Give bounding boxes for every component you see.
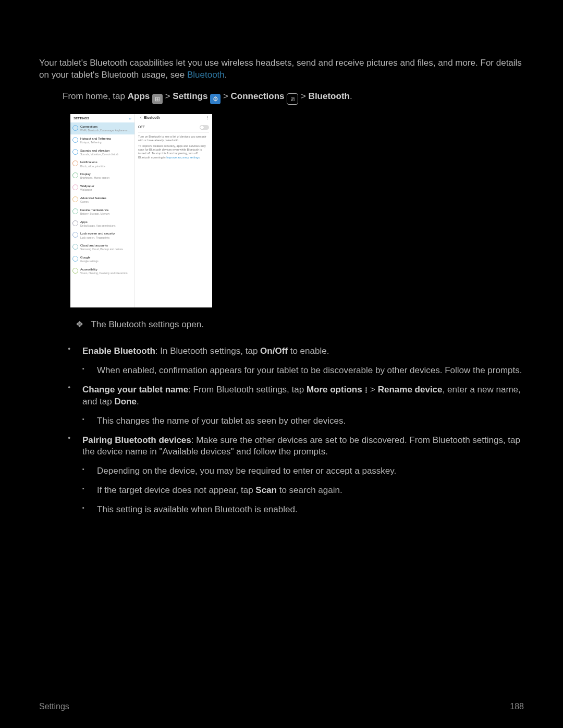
feature-text: : In Bluetooth settings, tap xyxy=(155,346,260,356)
back-icon: 〈 xyxy=(138,116,142,120)
sidebar-item-title: Device maintenance xyxy=(80,208,110,212)
sidebar-item: ConnectionsWi-Fi, Bluetooth, Data usage,… xyxy=(70,122,134,134)
intro-tail: . xyxy=(225,70,227,80)
footer-page: 188 xyxy=(510,701,524,712)
sidebar-item-icon xyxy=(72,149,78,155)
sidebar-item: Lock screen and securityLock screen, Fin… xyxy=(70,229,134,241)
sidebar-item-icon xyxy=(72,125,78,131)
feature-sublist: Depending on the device, you may be requ… xyxy=(82,465,524,516)
sidebar-item-subtitle: Default apps, App permissions xyxy=(80,224,116,228)
sidebar-item-subtitle: Hotspot, Tethering xyxy=(80,141,111,144)
settings-header: SETTINGS ⌕ xyxy=(70,114,134,122)
path-bluetooth: Bluetooth xyxy=(309,91,350,101)
toggle-switch xyxy=(200,125,209,130)
sidebar-item: GoogleGoogle settings xyxy=(70,253,134,265)
sidebar-item-title: Advanced features xyxy=(80,196,106,200)
sidebar-item: AccessibilityVision, Hearing, Dexterity … xyxy=(70,265,134,277)
settings-screenshot: SETTINGS ⌕ ConnectionsWi-Fi, Bluetooth, … xyxy=(70,114,212,307)
sidebar-item-icon xyxy=(72,220,78,226)
footer-section: Settings xyxy=(39,701,69,712)
sep1: > xyxy=(165,91,173,101)
intro-text: Your tablet's Bluetooth capabilities let… xyxy=(39,58,522,80)
feature-text: : From Bluetooth settings, tap xyxy=(188,385,307,394)
sidebar-item-icon xyxy=(72,137,78,143)
sidebar-item-icon xyxy=(72,256,78,262)
more-icon: ⋮ xyxy=(205,116,209,120)
sidebar-item: Advanced featuresGames xyxy=(70,194,134,206)
feature-item: Enable Bluetooth: In Bluetooth settings,… xyxy=(68,346,524,377)
intro-paragraph: Your tablet's Bluetooth capabilities let… xyxy=(39,57,524,81)
gear-icon: ⚙ xyxy=(210,94,221,104)
sidebar-item-title: Hotspot and Tethering xyxy=(80,137,111,141)
sidebar-item-title: Display xyxy=(80,172,109,176)
sep2: > xyxy=(223,91,231,101)
sidebar-item-subtitle: Lock screen, Fingerprints xyxy=(80,236,115,240)
feature-subitem: This setting is available when Bluetooth… xyxy=(82,504,524,516)
path-connections: Connections xyxy=(231,91,285,101)
feature-subitem: Depending on the device, you may be requ… xyxy=(82,465,524,477)
search-icon: ⌕ xyxy=(129,116,131,120)
feature-bold: On/Off xyxy=(260,346,288,356)
sidebar-item: Sounds and vibrationSounds, Vibration, D… xyxy=(70,146,134,158)
sidebar-item: Device maintenanceBattery, Storage, Memo… xyxy=(70,206,134,218)
path-apps: Apps xyxy=(128,91,150,101)
feature-list: Enable Bluetooth: In Bluetooth settings,… xyxy=(68,346,524,516)
sidebar-item-subtitle: Vision, Hearing, Dexterity and interacti… xyxy=(80,272,128,275)
sidebar-item-subtitle: Games xyxy=(80,200,106,204)
feature-lead: Change your tablet name xyxy=(82,385,188,394)
sidebar-item-title: Lock screen and security xyxy=(80,231,115,236)
feature-bold: More options xyxy=(307,385,362,394)
sidebar-item-title: Sounds and vibration xyxy=(80,149,118,153)
sidebar-item-subtitle: Samsung Cloud, Backup and restore xyxy=(80,248,123,251)
sidebar-item-subtitle: Wallpaper xyxy=(80,188,94,192)
result-text: The Bluetooth settings open. xyxy=(91,319,203,329)
sidebar-item-icon xyxy=(72,196,78,202)
feature-item: Pairing Bluetooth devices: Make sure the… xyxy=(68,435,524,516)
result-line: ❖ The Bluetooth settings open. xyxy=(39,319,524,331)
detail-info-2-tail: . xyxy=(200,156,201,159)
feature-lead: Pairing Bluetooth devices xyxy=(82,435,191,445)
sidebar-item-title: Accessibility xyxy=(80,267,128,272)
sidebar-item-icon xyxy=(72,208,78,214)
sidebar-item-icon xyxy=(72,172,78,178)
feature-sublist: This changes the name of your tablet as … xyxy=(82,415,524,427)
sidebar-item-title: Google xyxy=(80,255,99,260)
sidebar-item-subtitle: Block, allow, prioritize xyxy=(80,165,105,168)
detail-header: 〈 Bluetooth ⋮ xyxy=(138,114,209,122)
sidebar-item: DisplayBrightness, Home screen xyxy=(70,170,134,182)
page-footer: Settings 188 xyxy=(39,701,524,712)
feature-subitem: If the target device does not appear, ta… xyxy=(82,485,524,497)
feature-subitem: This changes the name of your tablet as … xyxy=(82,415,524,427)
sidebar-item-title: Connections xyxy=(80,125,130,129)
sidebar-item-subtitle: Brightness, Home screen xyxy=(80,176,109,180)
detail-info-1: Turn on Bluetooth to see a list of devic… xyxy=(138,135,209,142)
feature-lead: Enable Bluetooth xyxy=(82,346,155,356)
path-settings: Settings xyxy=(173,91,207,101)
sidebar-item-icon xyxy=(72,232,78,238)
path-prefix: From home, tap xyxy=(63,91,128,101)
sidebar-item-title: Apps xyxy=(80,220,116,224)
sidebar-item: NotificationsBlock, allow, prioritize xyxy=(70,158,134,170)
settings-sidebar: SETTINGS ⌕ ConnectionsWi-Fi, Bluetooth, … xyxy=(70,114,135,307)
sidebar-item-subtitle: Wi-Fi, Bluetooth, Data usage, Airplane m… xyxy=(80,129,130,132)
detail-info-2: To improve location accuracy, apps and s… xyxy=(138,144,209,159)
manual-page: Your tablet's Bluetooth capabilities let… xyxy=(0,0,563,728)
sidebar-item-title: Wallpaper xyxy=(80,184,94,188)
sidebar-item-icon xyxy=(72,161,78,166)
sidebar-item-icon xyxy=(72,244,78,250)
sidebar-item-icon xyxy=(72,184,78,190)
sidebar-item: Hotspot and TetheringHotspot, Tethering xyxy=(70,134,134,146)
sidebar-item: AppsDefault apps, App permissions xyxy=(70,218,134,230)
feature-item: Change your tablet name: From Bluetooth … xyxy=(68,384,524,427)
detail-title: Bluetooth xyxy=(144,116,160,120)
sidebar-item-subtitle: Battery, Storage, Memory xyxy=(80,212,110,216)
feature-sublist: When enabled, confirmation appears for y… xyxy=(82,365,524,377)
sidebar-item: Cloud and accountsSamsung Cloud, Backup … xyxy=(70,241,134,253)
bluetooth-link[interactable]: Bluetooth xyxy=(187,70,225,80)
bluetooth-toggle-row: OFF xyxy=(138,122,209,133)
sidebar-item-subtitle: Sounds, Vibration, Do not disturb xyxy=(80,153,118,156)
sidebar-item: WallpaperWallpaper xyxy=(70,182,134,194)
toggle-label: OFF xyxy=(138,125,145,130)
apps-icon: ⊞ xyxy=(152,94,163,104)
feature-subitem: When enabled, confirmation appears for y… xyxy=(82,365,524,377)
